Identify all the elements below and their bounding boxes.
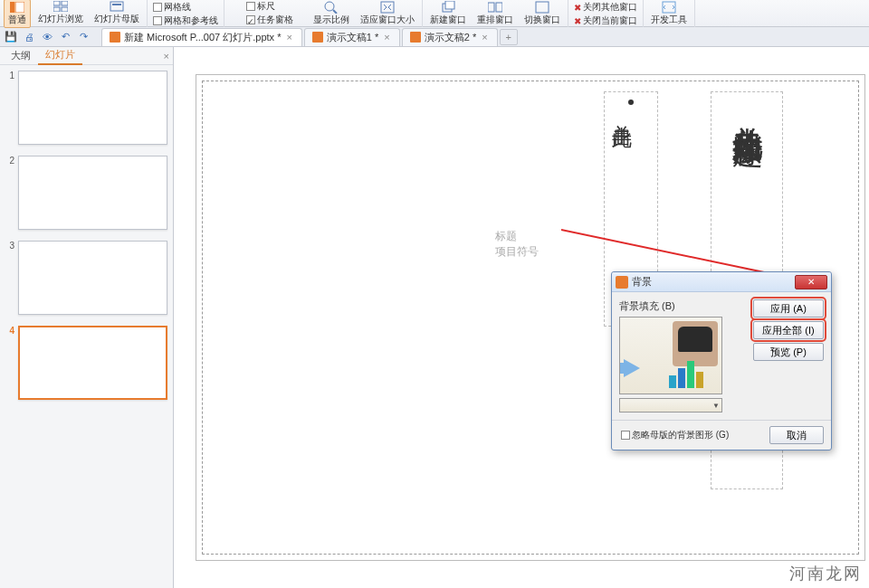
tab-close-icon[interactable]: × xyxy=(480,32,489,43)
omit-master-checkbox[interactable]: 忽略母版的背景图形 (G) xyxy=(619,429,731,441)
document-tabs: 新建 Microsoft P...007 幻灯片.pptx * × 演示文稿1 … xyxy=(101,27,518,47)
switch-window-button[interactable]: 切换窗口 xyxy=(520,0,564,27)
apply-all-button[interactable]: 应用全部 (I) xyxy=(753,321,824,339)
fill-preview xyxy=(619,317,722,394)
tab-close-icon[interactable]: × xyxy=(284,32,293,43)
label: 关闭当前窗口 xyxy=(583,14,637,27)
redo-button[interactable]: ↷ xyxy=(76,30,91,44)
slide-thumb-3[interactable]: 3 xyxy=(5,241,167,315)
ghost-title: 标题 xyxy=(495,229,539,244)
arrange-button[interactable]: 重排窗口 xyxy=(473,0,517,27)
tab-close-icon[interactable]: × xyxy=(382,32,391,43)
save-button[interactable]: 💾 xyxy=(4,30,18,44)
taskpane-checkbox[interactable]: 任务窗格 xyxy=(244,14,295,26)
doc-tab-1[interactable]: 新建 Microsoft P...007 幻灯片.pptx * × xyxy=(101,28,302,46)
svg-rect-15 xyxy=(536,2,549,13)
panel-close-icon[interactable]: × xyxy=(164,51,169,62)
close-current-button[interactable]: ✖关闭当前窗口 xyxy=(572,14,639,27)
tab-outline[interactable]: 大纲 xyxy=(4,47,38,64)
svg-rect-3 xyxy=(62,1,68,5)
dialog-body: 背景填充 (B) ▼ 应用 (A) xyxy=(612,292,831,420)
close-other-button[interactable]: ✖关闭其他窗口 xyxy=(572,1,639,14)
bullet-icon xyxy=(628,100,634,105)
doc-tab-2[interactable]: 演示文稿1 * × xyxy=(304,28,400,46)
thumb-preview xyxy=(18,326,167,400)
ribbon-group-close: ✖关闭其他窗口 ✖关闭当前窗口 xyxy=(568,0,644,27)
label: 适应窗口大小 xyxy=(360,14,415,26)
svg-rect-10 xyxy=(381,2,394,13)
ribbon-group-show: 网格线 网格和参考线 标尺 任务窗格 xyxy=(148,0,224,27)
slide-thumb-1[interactable]: 1 xyxy=(5,71,167,145)
slide-sorter-icon xyxy=(53,0,68,13)
gridlines-checkbox[interactable]: 网格线 xyxy=(151,1,220,14)
ribbon-group-view: 普通 幻灯片浏览 幻灯片母版 xyxy=(0,0,148,27)
thumbnails: 1 2 3 4 xyxy=(0,65,173,588)
body-text: 单击此 xyxy=(608,109,635,114)
guides-checkbox[interactable]: 网格和参考线 xyxy=(151,14,220,27)
tab-label: 演示文稿1 * xyxy=(327,31,378,44)
label: 新建窗口 xyxy=(430,14,466,26)
main-area: 大纲 幻灯片 × 1 2 3 4 单击此 单击此处添加标题 标题 项目符号 xyxy=(0,47,869,588)
background-dialog: 背景 ✕ 背景填充 (B) ▼ xyxy=(611,271,832,450)
view-browse-button[interactable]: 幻灯片浏览 xyxy=(34,0,87,28)
tab-label: 新建 Microsoft P...007 幻灯片.pptx * xyxy=(124,31,281,44)
undo-button[interactable]: ↶ xyxy=(58,30,72,44)
panel-tabs: 大纲 幻灯片 × xyxy=(0,47,173,65)
svg-rect-4 xyxy=(53,7,60,12)
fit-window-button[interactable]: 适应窗口大小 xyxy=(357,0,418,27)
dialog-titlebar[interactable]: 背景 ✕ xyxy=(612,272,831,292)
print-button[interactable]: 🖨 xyxy=(22,30,36,44)
svg-rect-16 xyxy=(663,2,675,13)
devtools-icon xyxy=(662,1,676,14)
dialog-footer: 忽略母版的背景图形 (G) 取消 xyxy=(612,420,831,450)
thumb-preview xyxy=(18,241,167,315)
switch-icon xyxy=(535,1,549,14)
ribbon-group-zoom: 显示比例 适应窗口大小 xyxy=(306,0,423,27)
apply-button[interactable]: 应用 (A) xyxy=(753,299,824,318)
slide-thumb-2[interactable]: 2 xyxy=(5,156,167,230)
close-icon: ✖ xyxy=(574,16,581,26)
thumb-preview xyxy=(18,156,167,230)
ruler-checkbox[interactable]: 标尺 xyxy=(244,0,295,13)
svg-rect-0 xyxy=(10,2,14,13)
doc-icon xyxy=(312,32,323,43)
dev-tools-button[interactable]: 开发工具 xyxy=(647,0,691,27)
label: 普通 xyxy=(8,14,26,26)
ghost-bullets: 项目符号 xyxy=(495,244,539,260)
label: 显示比例 xyxy=(313,14,349,26)
svg-rect-13 xyxy=(488,3,494,12)
fill-dropdown[interactable]: ▼ xyxy=(619,398,722,413)
quick-access-toolbar: 💾 🖨 👁 ↶ ↷ 新建 Microsoft P...007 幻灯片.pptx … xyxy=(0,27,869,47)
fit-icon xyxy=(380,1,395,14)
preview-button[interactable]: 👁 xyxy=(40,30,54,44)
preview-chart-shape xyxy=(669,361,703,388)
watermark: 河南龙网 xyxy=(789,563,862,584)
doc-tab-3[interactable]: 演示文稿2 * × xyxy=(402,28,498,46)
svg-rect-5 xyxy=(62,7,68,12)
chevron-down-icon: ▼ xyxy=(712,402,720,410)
close-icon: ✖ xyxy=(574,3,581,13)
svg-rect-12 xyxy=(445,1,454,9)
new-window-button[interactable]: 新建窗口 xyxy=(426,0,470,27)
label: 任务窗格 xyxy=(257,14,293,26)
slide-thumb-4[interactable]: 4 xyxy=(5,326,167,400)
label: 忽略母版的背景图形 (G) xyxy=(632,429,729,441)
view-normal-button[interactable]: 普通 xyxy=(4,0,31,28)
cancel-button[interactable]: 取消 xyxy=(769,426,824,444)
ghost-labels: 标题 项目符号 xyxy=(495,229,539,260)
label: 标尺 xyxy=(257,0,275,13)
svg-rect-2 xyxy=(53,1,60,5)
zoom-icon xyxy=(324,1,339,14)
preview-image xyxy=(673,321,718,366)
new-tab-button[interactable]: + xyxy=(500,29,518,45)
slide-editor[interactable]: 单击此 单击此处添加标题 标题 项目符号 背景 ✕ 背景填充 (B) xyxy=(174,47,869,588)
zoom-button[interactable]: 显示比例 xyxy=(310,0,353,27)
view-master-button[interactable]: 幻灯片母版 xyxy=(91,0,143,28)
dialog-close-button[interactable]: ✕ xyxy=(795,275,827,289)
slide-panel: 大纲 幻灯片 × 1 2 3 4 xyxy=(0,47,174,588)
tab-slides[interactable]: 幻灯片 xyxy=(38,46,82,65)
label: 幻灯片浏览 xyxy=(38,13,83,25)
app-icon xyxy=(616,276,628,289)
preview-button[interactable]: 预览 (P) xyxy=(753,343,824,361)
svg-rect-7 xyxy=(112,4,121,5)
